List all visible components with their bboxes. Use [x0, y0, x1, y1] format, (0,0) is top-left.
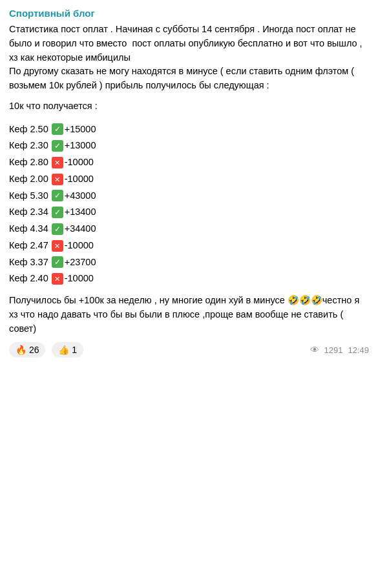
bet-label: Кеф 2.47	[9, 239, 48, 253]
footer-text: Получилось бы +100к за неделю , ну многи…	[9, 294, 369, 336]
cross-icon: ✕	[52, 157, 63, 168]
bet-label: Кеф 3.37	[9, 256, 48, 270]
cross-icon: ✕	[52, 174, 63, 185]
bet-result: +23700	[65, 256, 96, 270]
bet-label: Кеф 4.34	[9, 222, 48, 236]
bet-row: Кеф 5.30✓+43000	[9, 189, 369, 203]
post-meta: 👁 1291 12:49	[310, 345, 369, 355]
bet-row: Кеф 3.37✓+23700	[9, 256, 369, 270]
check-icon: ✓	[52, 223, 63, 235]
bets-list: Кеф 2.50✓+15000Кеф 2.30✓+13000Кеф 2.80✕-…	[9, 123, 369, 289]
bet-row: Кеф 2.50✓+15000	[9, 123, 369, 137]
bet-row: Кеф 4.34✓+34400	[9, 222, 369, 236]
bet-label: Кеф 2.00	[9, 172, 48, 187]
bet-result: -10000	[65, 156, 94, 170]
reactions-left: 🔥 26 👍 1	[9, 342, 83, 358]
reactions-bar: 🔥 26 👍 1 👁 1291 12:49	[9, 342, 369, 358]
check-icon: ✓	[52, 123, 63, 135]
reaction-like[interactable]: 👍 1	[52, 342, 83, 358]
reaction-fire[interactable]: 🔥 26	[9, 342, 45, 358]
channel-name[interactable]: Спортивный блог	[9, 8, 369, 19]
bet-result: -10000	[65, 272, 94, 286]
bet-result: -10000	[65, 172, 94, 187]
flat-label: 10к что получается :	[9, 99, 369, 114]
cross-icon: ✕	[52, 273, 63, 285]
bet-result: +15000	[65, 123, 96, 137]
bet-label: Кеф 2.80	[9, 156, 48, 170]
bet-label: Кеф 2.50	[9, 123, 48, 137]
post-container: Спортивный блог Статистика пост оплат . …	[0, 0, 378, 364]
views-icon: 👁	[310, 345, 319, 355]
bet-result: +43000	[65, 189, 96, 203]
cross-icon: ✕	[52, 240, 63, 252]
bet-label: Кеф 5.30	[9, 189, 48, 203]
bet-result: +34400	[65, 222, 96, 236]
bet-label: Кеф 2.34	[9, 205, 48, 219]
check-icon: ✓	[52, 140, 63, 152]
bet-row: Кеф 2.30✓+13000	[9, 139, 369, 153]
bet-result: -10000	[65, 239, 94, 253]
check-icon: ✓	[52, 190, 63, 201]
bet-row: Кеф 2.80✕-10000	[9, 156, 369, 170]
post-time: 12:49	[348, 345, 369, 355]
bet-row: Кеф 2.47✕-10000	[9, 239, 369, 253]
check-icon: ✓	[52, 207, 63, 218]
bet-result: +13400	[65, 205, 96, 219]
bet-label: Кеф 2.40	[9, 272, 48, 286]
views-count: 1291	[324, 345, 343, 355]
check-icon: ✓	[52, 256, 63, 268]
bet-label: Кеф 2.30	[9, 139, 48, 153]
intro-text: Статистика пост оплат . Начиная с суббот…	[9, 23, 369, 93]
bet-row: Кеф 2.34✓+13400	[9, 205, 369, 219]
bet-row: Кеф 2.40✕-10000	[9, 272, 369, 286]
bet-result: +13000	[65, 139, 96, 153]
bet-row: Кеф 2.00✕-10000	[9, 172, 369, 187]
